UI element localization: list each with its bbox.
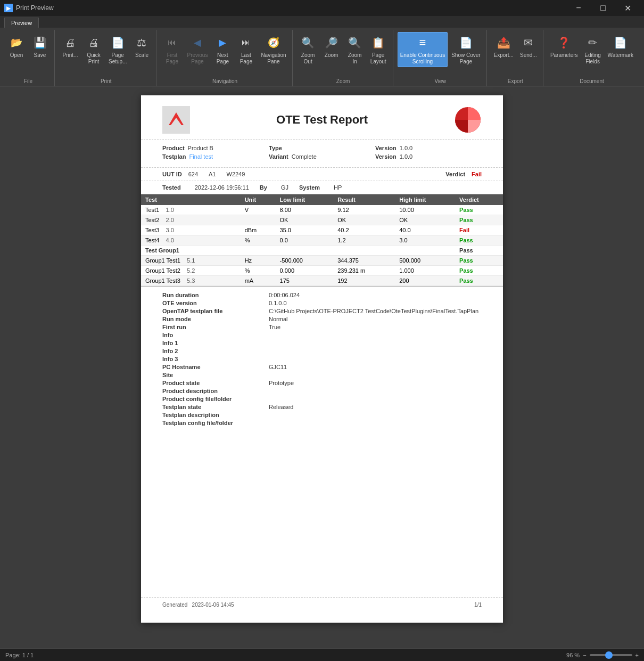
print-button[interactable]: 🖨 Print... [59, 32, 81, 61]
scale-button[interactable]: ⚖ Scale [130, 32, 153, 61]
table-row: Test2 2.0 OK OK OK Pass [141, 215, 503, 225]
detail-label: Product description [162, 388, 269, 394]
document-group-label: Document [548, 77, 636, 86]
export-button[interactable]: 📤 Export... [491, 32, 516, 61]
zoom-button[interactable]: 🔎 Zoom [320, 32, 343, 61]
detail-label: PC Hostname [162, 364, 269, 370]
first-page-label: FirstPage [166, 52, 178, 65]
ribbon-group-zoom: 🔍 ZoomOut 🔎 Zoom 🔍 ZoomIn 📋 PageLayout Z… [294, 30, 393, 86]
results-table: Test Unit Low limit Result High limit Ve… [141, 194, 503, 286]
first-page-button[interactable]: ⏮ FirstPage [161, 32, 183, 67]
meta-variant: Variant Complete [269, 153, 375, 160]
minimize-button[interactable]: − [566, 0, 591, 16]
detail-row: Info [162, 332, 482, 338]
cell-verdict: Pass [455, 276, 503, 286]
report-header: OTE Test Report [141, 95, 503, 140]
detail-label: Site [162, 372, 269, 378]
testplan-value: Final test [189, 153, 213, 160]
cell-test-name: Test3 3.0 [141, 225, 241, 235]
page-setup-button[interactable]: 📄 PageSetup... [106, 32, 129, 67]
ribbon-tabs: Preview [0, 16, 644, 28]
zoom-in-button[interactable]: 🔍 ZoomIn [344, 32, 366, 67]
cell-high: 200 [395, 276, 455, 286]
table-row: Test4 4.0 % 0.0 1.2 3.0 Pass [141, 235, 503, 246]
navigation-pane-button[interactable]: 🧭 NavigationPane [258, 32, 288, 67]
meta-testplan: Testplan Final test [162, 153, 269, 160]
cell-unit: Hz [241, 256, 276, 266]
col-unit: Unit [241, 194, 276, 205]
send-icon: ✉ [520, 34, 537, 51]
last-page-button[interactable]: ⏭ LastPage [235, 32, 257, 67]
show-cover-page-button[interactable]: 📄 Show CoverPage [449, 32, 483, 67]
meta-version2: Version 1.0.0 [375, 153, 482, 160]
app-icon: ▶ [4, 4, 13, 12]
quick-print-button[interactable]: 🖨 QuickPrint [82, 32, 105, 67]
cell-unit: dBm [241, 225, 276, 235]
show-cover-page-icon: 📄 [457, 34, 474, 51]
detail-row: OpenTAP testplan file C:\GitHub Projects… [162, 308, 482, 314]
detail-label: First run [162, 324, 269, 330]
detail-row: Testplan description [162, 412, 482, 418]
view-group-label: View [398, 77, 483, 86]
zoom-slider[interactable] [590, 654, 632, 656]
editing-fields-button[interactable]: ✏ EditingFields [582, 32, 604, 67]
detail-value: GJC11 [269, 364, 287, 370]
footer-generated-label: Generated 2023-01-06 14:45 [162, 602, 234, 608]
cell-result: 344.375 [333, 256, 395, 266]
cell-test-name: Group1 Test2 5.2 [141, 266, 241, 276]
uut-id-label: UUT ID [162, 171, 182, 177]
parameters-button[interactable]: ❓ Parameters [548, 32, 581, 61]
verdict-value: Fail [472, 171, 482, 177]
detail-label: Info [162, 332, 269, 338]
detail-row: OTE version 0.1.0.0 [162, 300, 482, 306]
title-bar: ▶ Print Preview − □ ✕ [0, 0, 644, 16]
previous-page-button[interactable]: ◀ PreviousPage [184, 32, 210, 67]
file-group-label: File [5, 77, 51, 86]
cell-test-name: Group1 Test1 5.1 [141, 256, 241, 266]
zoom-out-button[interactable]: 🔍 ZoomOut [297, 32, 319, 67]
cell-unit: % [241, 235, 276, 246]
next-page-button[interactable]: ▶ NextPage [211, 32, 234, 67]
zoom-out-icon: 🔍 [300, 34, 317, 51]
uut-w2249-value: W2249 [227, 171, 245, 177]
cell-result: 40.2 [333, 225, 395, 235]
table-row: Group1 Test1 5.1 Hz -500.000 344.375 500… [141, 256, 503, 266]
meta-product: Product Product B [162, 145, 269, 151]
save-button[interactable]: 💾 Save [29, 32, 51, 61]
enable-continuous-scrolling-button[interactable]: ≡ Enable ContinuousScrolling [398, 32, 448, 67]
version-label: Version [375, 145, 397, 151]
tab-preview[interactable]: Preview [4, 18, 39, 28]
page-setup-label: PageSetup... [109, 52, 127, 65]
save-label: Save [34, 52, 46, 59]
open-button[interactable]: 📂 Open [5, 32, 28, 61]
send-button[interactable]: ✉ Send... [517, 32, 540, 61]
product-value: Product B [188, 145, 213, 151]
detail-row: Testplan state Released [162, 404, 482, 410]
title-bar-left: ▶ Print Preview [4, 4, 54, 12]
cell-unit: % [241, 266, 276, 276]
next-page-label: NextPage [217, 52, 229, 65]
watermark-button[interactable]: 📄 Watermark [605, 32, 637, 61]
col-test: Test [141, 194, 241, 205]
close-button[interactable]: ✕ [615, 0, 640, 16]
restore-button[interactable]: □ [591, 0, 615, 16]
uut-row: UUT ID 624 A1 W2249 Verdict Fail [141, 168, 503, 181]
footer-page: 1/1 [474, 602, 482, 608]
ribbon-group-print: 🖨 Print... 🖨 QuickPrint 📄 PageSetup... ⚖… [56, 30, 156, 86]
previous-page-label: PreviousPage [187, 52, 208, 65]
page-layout-button[interactable]: 📋 PageLayout [367, 32, 390, 67]
uut-id-field: UUT ID 624 [162, 171, 198, 177]
version2-value: 1.0.0 [400, 153, 412, 160]
watermark-icon: 📄 [612, 34, 629, 51]
editing-fields-icon: ✏ [584, 34, 601, 51]
ribbon-content: 📂 Open 💾 Save File 🖨 Print... 🖨 Quic [0, 28, 644, 86]
ribbon-group-navigation: ⏮ FirstPage ◀ PreviousPage ▶ NextPage ⏭ … [158, 30, 292, 86]
detail-label: Info 1 [162, 340, 269, 346]
detail-value: Released [269, 404, 293, 410]
cell-test-name: Test4 4.0 [141, 235, 241, 246]
detail-row: Info 2 [162, 348, 482, 354]
zoom-label: Zoom [325, 52, 338, 59]
status-bar: Page: 1 / 1 96 % − + [0, 648, 644, 661]
ribbon-group-export: 📤 Export... ✉ Send... Export [488, 30, 543, 86]
zoom-group-label: Zoom [297, 77, 390, 86]
